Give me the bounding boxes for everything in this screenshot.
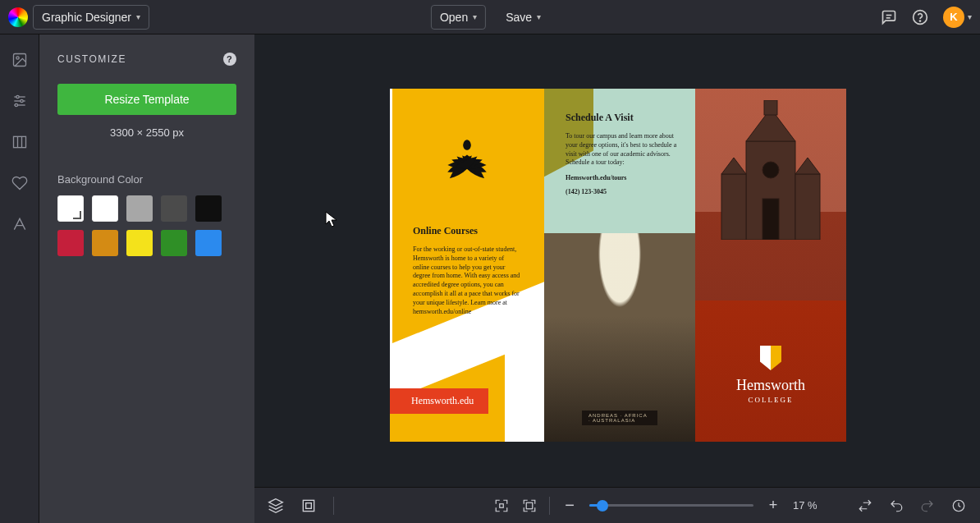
svg-point-10	[20, 99, 22, 102]
chevron-down-icon: ▾	[537, 12, 541, 21]
brochure-panel-2[interactable]: Schedule A Visit To tour our campus and …	[544, 89, 695, 442]
panel2-plaque: ANDREAS · AFRICA · AUSTRALASIA	[582, 411, 657, 425]
app-logo-icon[interactable]	[8, 7, 28, 27]
college-name: Hemsworth	[695, 377, 846, 394]
swap-icon[interactable]	[857, 498, 873, 514]
bottom-bar: − + 17 %	[254, 487, 980, 523]
open-button-label: Open	[440, 11, 468, 24]
brochure-panel-1[interactable]: Online Courses For the working or out-of…	[390, 89, 544, 442]
swatch-grid	[57, 195, 236, 256]
app-switcher[interactable]: Graphic Designer ▾	[33, 5, 149, 30]
brochure-panel-3[interactable]: Hemsworth COLLEGE	[695, 89, 846, 442]
color-swatch[interactable]	[126, 230, 153, 256]
color-swatch[interactable]	[126, 195, 153, 222]
color-swatch[interactable]	[161, 230, 187, 256]
help-icon[interactable]	[912, 9, 928, 25]
panel2-heading: Schedule A Visit	[566, 112, 680, 124]
svg-rect-18	[721, 174, 746, 240]
top-bar: Graphic Designer ▾ Open ▾ Save ▾ K ▾	[0, 0, 980, 34]
panel1-body: For the working or out-of-state student,…	[413, 245, 521, 316]
save-button-label: Save	[506, 11, 532, 24]
svg-rect-12	[13, 136, 25, 147]
color-swatch[interactable]	[195, 230, 222, 256]
app-switcher-label: Graphic Designer	[42, 11, 131, 24]
svg-rect-23	[762, 199, 779, 240]
background-color-label: Background Color	[57, 173, 236, 186]
chevron-down-icon: ▾	[473, 12, 477, 21]
separator	[549, 497, 550, 515]
panel-title: CUSTOMIZE	[57, 53, 126, 65]
separator	[333, 497, 334, 515]
resize-template-button[interactable]: Resize Template	[57, 84, 236, 115]
laurel-icon	[428, 126, 506, 204]
library-image: ANDREAS · AFRICA · AUSTRALASIA	[544, 233, 695, 442]
canvas-area[interactable]: Online Courses For the working or out-of…	[254, 34, 980, 487]
artboard-icon[interactable]	[300, 498, 317, 514]
customize-panel: CUSTOMIZE ? Resize Template 3300 × 2550 …	[39, 34, 254, 523]
color-swatch[interactable]	[92, 230, 118, 256]
undo-icon[interactable]	[888, 498, 904, 514]
panel2-body: To tour our campus and learn more about …	[566, 132, 680, 167]
color-swatch[interactable]	[57, 195, 84, 222]
panel2-phone: (142) 123-3045	[566, 188, 680, 195]
open-button[interactable]: Open ▾	[431, 5, 486, 30]
layers-icon[interactable]	[268, 498, 284, 514]
panel1-heading: Online Courses	[413, 225, 521, 237]
redo-icon[interactable]	[919, 498, 936, 514]
template-dimensions: 3300 × 2550 px	[57, 126, 236, 139]
zoom-in-icon[interactable]: +	[765, 498, 781, 514]
building-image	[713, 100, 828, 240]
avatar: K	[943, 7, 964, 28]
panel-help-icon[interactable]: ?	[223, 53, 236, 66]
svg-marker-20	[721, 158, 746, 174]
chevron-down-icon: ▾	[968, 12, 972, 21]
chevron-down-icon: ▾	[136, 12, 140, 21]
zoom-slider-knob[interactable]	[597, 500, 608, 512]
comments-icon[interactable]	[881, 9, 897, 25]
svg-rect-26	[306, 502, 312, 508]
svg-point-3	[919, 21, 920, 21]
zoom-value: 17 %	[793, 499, 826, 512]
image-tool-icon[interactable]	[11, 51, 29, 69]
svg-rect-28	[526, 502, 533, 509]
svg-rect-19	[795, 174, 820, 240]
panel2-link: Hemsworth.edu/tours	[566, 174, 680, 181]
cursor-icon	[325, 211, 338, 227]
svg-marker-24	[269, 498, 283, 505]
save-button[interactable]: Save ▾	[497, 5, 549, 30]
svg-rect-17	[764, 100, 777, 115]
history-icon[interactable]	[950, 498, 967, 514]
shield-icon	[760, 346, 781, 370]
college-sub: COLLEGE	[695, 396, 846, 404]
artboard[interactable]: Online Courses For the working or out-of…	[390, 89, 846, 442]
color-swatch[interactable]	[92, 195, 118, 222]
svg-marker-21	[795, 158, 820, 174]
svg-point-11	[15, 103, 17, 106]
panel1-url: Hemsworth.edu	[390, 388, 488, 414]
account-menu[interactable]: K ▾	[943, 7, 972, 28]
tool-rail	[0, 34, 39, 523]
svg-point-9	[16, 95, 18, 98]
zoom-slider[interactable]	[589, 498, 753, 514]
color-swatch[interactable]	[195, 195, 222, 222]
actual-size-icon[interactable]	[521, 498, 538, 514]
zoom-out-icon[interactable]: −	[561, 498, 578, 514]
svg-point-5	[16, 57, 18, 59]
svg-rect-27	[500, 503, 504, 507]
fit-screen-icon[interactable]	[493, 498, 510, 514]
columns-tool-icon[interactable]	[11, 133, 29, 151]
adjust-tool-icon[interactable]	[11, 92, 29, 110]
color-swatch[interactable]	[57, 230, 84, 256]
svg-point-22	[762, 162, 779, 178]
color-swatch[interactable]	[161, 195, 187, 222]
text-tool-icon[interactable]	[11, 215, 29, 233]
favorite-tool-icon[interactable]	[11, 174, 29, 192]
svg-rect-25	[303, 500, 314, 511]
